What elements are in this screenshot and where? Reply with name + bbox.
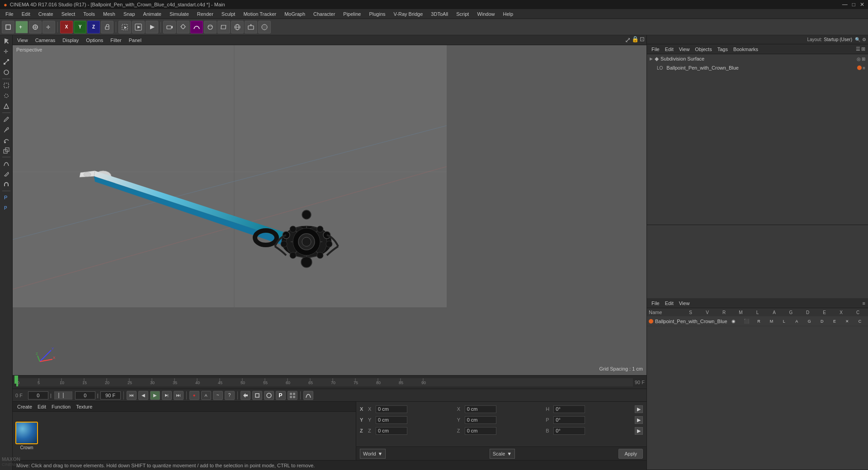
menu-mograph[interactable]: MoGraph [281,10,309,18]
toolbar-spline[interactable] [190,21,203,33]
help-button[interactable]: ? [225,391,235,400]
scale-dropdown[interactable]: Scale ▼ [490,449,515,459]
tool-fill[interactable] [1,135,11,145]
rm-view[interactable]: View [677,300,692,306]
menu-snap[interactable]: Snap [120,10,139,18]
tool-select[interactable] [1,36,11,46]
row-c-icon[interactable]: C [854,319,866,324]
coord-pos-z-input[interactable] [376,427,407,435]
menu-file[interactable]: File [2,10,17,18]
pb-rotate-mode[interactable] [264,391,274,400]
coord-size-h-input[interactable] [553,405,585,413]
toolbar-render-region[interactable] [118,21,131,33]
play-prev-frame[interactable]: ◀ [138,391,148,400]
vp-menu-view[interactable]: View [14,37,31,43]
minimize-button[interactable]: — [842,1,848,8]
tool-brush[interactable] [1,125,11,135]
maximize-button[interactable]: □ [852,1,855,8]
rt-icon-2[interactable]: ⊞ [861,46,865,52]
row-g-icon[interactable]: G [803,319,816,324]
rt-objects[interactable]: Objects [693,46,713,52]
tool-python-2[interactable]: P [1,203,11,213]
row-l-icon[interactable]: L [778,319,790,324]
vp-icon-lock[interactable]: 🔒 [632,36,639,44]
mat-menu-function[interactable]: Function [50,404,72,410]
menu-create[interactable]: Create [35,10,57,18]
material-crown[interactable]: Crown [15,422,38,450]
toolbar-object-mode[interactable] [258,21,271,33]
play-forward[interactable]: ▶ [150,391,160,400]
rt-bookmarks[interactable]: Bookmarks [731,46,760,52]
row-r-icon[interactable]: R [752,319,765,324]
toolbar-render[interactable] [146,21,158,33]
pb-curves[interactable] [303,391,313,400]
row-m-icon[interactable]: M [765,319,778,324]
close-button[interactable]: ✕ [860,1,864,8]
title-bar-right[interactable]: — □ ✕ [842,1,864,8]
coord-size-b-input[interactable] [553,427,585,435]
toolbar-add-object[interactable]: + [15,21,28,33]
object-item-subdivision[interactable]: ▶ ◆ Subdivision Surface ◎ ⊞ [647,54,868,63]
toolbar-environment[interactable] [231,21,244,33]
subdiv-icon-2[interactable]: ⊞ [862,56,865,61]
vp-menu-panel[interactable]: Panel [126,37,144,43]
auto-key-button[interactable]: A [201,391,211,400]
tool-knife[interactable] [1,169,11,179]
rt-edit[interactable]: Edit [663,46,675,52]
apply-button[interactable]: Apply [618,449,643,459]
menu-motion-tracker[interactable]: Motion Tracker [240,10,280,18]
menu-help[interactable]: Help [500,10,517,18]
pb-move-mode[interactable] [241,391,250,400]
coord-pos-y-input[interactable] [376,416,407,424]
coord-z-arrow[interactable]: ▶ [635,427,643,435]
rm-file[interactable]: File [650,300,661,306]
toolbar-render-view[interactable] [132,21,145,33]
coord-pos-x-input[interactable] [376,405,407,413]
toolbar-add-mode[interactable] [29,21,42,33]
rm-icon[interactable]: ≡ [863,301,865,306]
layout-search-icon[interactable]: 🔍 [855,37,860,42]
coord-rot-z-input[interactable] [465,427,496,435]
menu-edit[interactable]: Edit [18,10,34,18]
coord-x-arrow[interactable]: ▶ [635,405,643,413]
motion-path-button[interactable]: ~ [213,391,223,400]
toolbar-model-mode[interactable] [2,21,14,33]
toolbar-x[interactable]: X [60,21,73,33]
subdiv-icon-1[interactable]: ◎ [857,56,861,61]
row-eye-icon[interactable]: ◉ [727,319,740,324]
row-d-icon[interactable]: D [816,319,828,324]
objects-row-pen[interactable]: Ballpoint_Pen_with_Crown_Blue ◉ ⬛ R M L … [647,316,868,326]
menu-animate[interactable]: Animate [140,10,165,18]
record-button[interactable]: ● [189,391,199,400]
frame-range-start[interactable] [75,391,95,400]
menu-render[interactable]: Render [193,10,217,18]
pb-mode-grid[interactable] [288,391,297,400]
toolbar-deformer[interactable] [217,21,230,33]
rt-tags[interactable]: Tags [716,46,730,52]
rt-view[interactable]: View [677,46,692,52]
tool-box-select[interactable] [1,80,11,90]
tool-clone[interactable] [1,146,11,155]
play-to-start[interactable]: ⏮ [127,391,137,400]
vp-icon-arrows[interactable]: ⤢ [625,36,631,44]
toolbar-lock[interactable] [101,21,113,33]
rt-icon-1[interactable]: ☰ [856,46,860,52]
menu-simulate[interactable]: Simulate [166,10,193,18]
coord-rot-x-input[interactable] [465,405,496,413]
tool-pen[interactable] [1,114,11,124]
row-e-icon[interactable]: E [828,319,841,324]
menu-mesh[interactable]: Mesh [99,10,119,18]
vp-icon-camera[interactable]: ⊡ [640,36,645,44]
coord-y-arrow[interactable]: ▶ [635,416,643,424]
toolbar-scene[interactable] [245,21,257,33]
layout-settings-icon[interactable]: ⚙ [862,37,866,42]
tool-poly-select[interactable] [1,101,11,111]
world-dropdown[interactable]: World ▼ [360,449,386,459]
tool-live-select[interactable] [1,91,11,101]
timeline-ruler[interactable]: 0 5 10 15 20 25 30 35 40 [13,375,646,389]
play-to-end[interactable]: ⏭ [174,391,184,400]
menu-v-ray-bridge[interactable]: V-Ray Bridge [390,10,427,18]
timeline-ruler-track[interactable]: 0 5 10 15 20 25 30 35 40 [16,378,633,386]
tool-move[interactable]: ✛ [1,47,11,56]
menu-plugins[interactable]: Plugins [365,10,389,18]
